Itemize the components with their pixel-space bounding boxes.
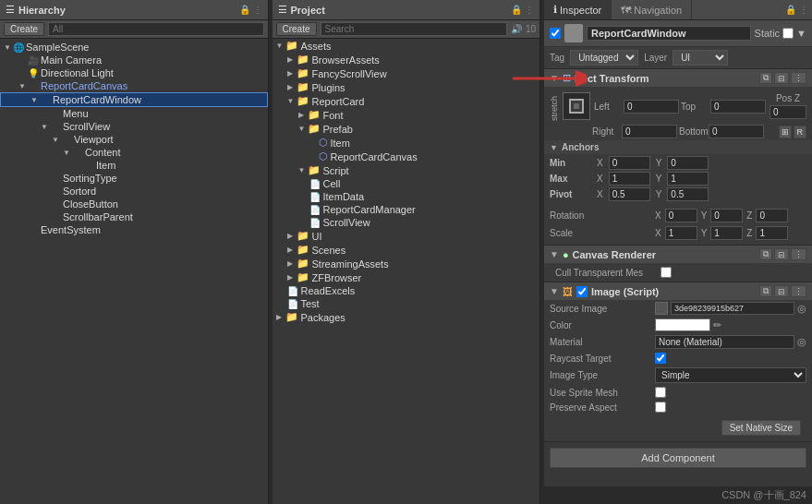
raycast-row: Raycast Target — [544, 351, 812, 366]
pivot-x-input[interactable]: 0.5 — [609, 187, 650, 201]
hierarchy-search-input[interactable] — [48, 22, 264, 36]
scale-z-input[interactable]: 1 — [756, 226, 788, 240]
image-script-active[interactable] — [576, 286, 588, 297]
anchors-section-header[interactable]: ▼ Anchors — [544, 140, 812, 154]
proj-item-streaming-assets[interactable]: ▶ 📁 StreamingAssets — [273, 257, 540, 270]
project-search-input[interactable] — [321, 22, 507, 36]
source-image-row: Source Image 3de98239915b627 ◎ — [544, 300, 812, 317]
folder-icon-script: 📁 — [308, 164, 321, 176]
cull-checkbox[interactable] — [661, 267, 672, 278]
tree-item-sorting-type[interactable]: SortingType — [0, 172, 268, 185]
proj-item-cell[interactable]: 📄 Cell — [273, 177, 540, 190]
color-swatch[interactable] — [655, 318, 710, 331]
tab-inspector[interactable]: ℹ Inspector — [544, 0, 612, 19]
is-more-btn[interactable]: ⋮ — [791, 285, 806, 297]
pos-z-input[interactable]: 0 — [770, 105, 806, 119]
tree-item-menu[interactable]: Menu — [0, 107, 268, 120]
proj-item-report-card[interactable]: ▼ 📁 ReportCard — [273, 94, 540, 108]
tree-item-content[interactable]: ▼ Content — [0, 146, 268, 159]
cr-paste-btn[interactable]: ⊟ — [774, 248, 789, 260]
bottom-input[interactable]: 0 — [709, 125, 764, 138]
pivot-y-input[interactable]: 0.5 — [667, 187, 709, 201]
preserve-checkbox[interactable] — [655, 402, 666, 413]
tree-item-main-camera[interactable]: 🎥 Main Camera — [0, 54, 268, 66]
is-paste-btn[interactable]: ⊟ — [774, 285, 789, 297]
right-input[interactable]: 0 — [622, 125, 677, 138]
material-pick-icon[interactable]: ◎ — [797, 336, 806, 348]
add-component-button[interactable]: Add Component — [550, 448, 806, 468]
tab-navigation[interactable]: 🗺 Navigation — [612, 0, 692, 19]
rt-paste-btn[interactable]: ⊟ — [774, 72, 789, 84]
proj-item-report-card-manager[interactable]: 📄 ReportCardManager — [273, 203, 540, 216]
proj-item-font[interactable]: ▶ 📁 Font — [273, 108, 540, 122]
left-input[interactable]: 0 — [624, 100, 679, 114]
tree-item-scrollbar-parent[interactable]: ScrollbarParent — [0, 210, 268, 223]
is-copy-btn[interactable]: ⧉ — [759, 285, 772, 297]
tree-item-report-card-canvas[interactable]: ▼ ReportCardCanvas — [0, 79, 268, 92]
scale-y-input[interactable]: 1 — [710, 226, 743, 240]
proj-item-item-prefab[interactable]: ⬡ Item — [273, 136, 540, 150]
image-script-header[interactable]: ▼ 🖼 Image (Script) ⧉ ⊟ ⋮ — [544, 282, 812, 300]
proj-item-prefab[interactable]: ▼ 📁 Prefab — [273, 122, 540, 136]
tree-item-close-button[interactable]: CloseButton — [0, 198, 268, 210]
proj-item-browser-assets[interactable]: ▶ 📁 BrowserAssets — [273, 53, 540, 66]
rot-y-input[interactable]: 0 — [710, 209, 743, 222]
r-button[interactable]: R — [794, 126, 807, 138]
proj-item-plugins[interactable]: ▶ 📁 Plugins — [273, 80, 540, 94]
min-x-input[interactable]: 0 — [609, 156, 650, 170]
blueprint-btn[interactable]: ⊞ — [779, 126, 792, 138]
proj-item-scenes[interactable]: ▶ 📁 Scenes — [273, 243, 540, 257]
proj-item-item-data[interactable]: 📄 ItemData — [273, 190, 540, 203]
rt-copy-btn[interactable]: ⧉ — [759, 72, 772, 84]
project-create-button[interactable]: Create — [276, 22, 317, 36]
max-y-input[interactable]: 1 — [667, 172, 709, 186]
min-y-input[interactable]: 0 — [667, 156, 709, 170]
material-input[interactable]: None (Material) — [655, 335, 794, 349]
tree-item-event-system[interactable]: EventSystem — [0, 223, 268, 236]
tree-item-sample-scene[interactable]: ▼ 🌐 SampleScene — [0, 41, 268, 54]
native-size-area: Set Native Size — [544, 414, 812, 441]
sprite-mesh-checkbox[interactable] — [655, 387, 666, 398]
max-x-input[interactable]: 1 — [609, 172, 650, 186]
proj-item-read-excels[interactable]: 📄 ReadExcels — [273, 284, 540, 297]
proj-item-fancy-scroll[interactable]: ▶ 📁 FancyScrollView — [273, 66, 540, 80]
canvas-renderer-header[interactable]: ▼ ● Canvas Renderer ⧉ ⊟ ⋮ — [544, 246, 812, 263]
tree-item-directional-light[interactable]: 💡 Directional Light — [0, 66, 268, 79]
proj-item-ui[interactable]: ▶ 📁 UI — [273, 229, 540, 243]
proj-item-script[interactable]: ▼ 📁 Script — [273, 163, 540, 177]
proj-item-zfbrowser[interactable]: ▶ 📁 ZFBrowser — [273, 270, 540, 284]
color-pick-icon[interactable]: ✏ — [713, 319, 721, 331]
proj-item-scroll-view-script[interactable]: 📄 ScrollView — [273, 216, 540, 229]
tree-item-item[interactable]: Item — [0, 159, 268, 172]
hierarchy-create-button[interactable]: Create — [4, 22, 44, 36]
source-image-pick-icon[interactable]: ◎ — [797, 303, 806, 315]
static-checkbox[interactable] — [782, 28, 794, 39]
rt-more-btn[interactable]: ⋮ — [791, 72, 806, 84]
image-type-row: Image Type Simple — [544, 366, 812, 385]
rect-transform-body: stretch Left 0 Top 0 — [544, 87, 812, 245]
tree-item-scroll-view[interactable]: ▼ ScrollView — [0, 120, 268, 133]
proj-item-packages[interactable]: ▶ 📁 Packages — [273, 310, 540, 324]
rot-x-input[interactable]: 0 — [665, 209, 697, 222]
tree-item-viewport[interactable]: ▼ Viewport — [0, 133, 268, 146]
tree-item-report-card-window[interactable]: ▼ ReportCardWindow — [0, 92, 268, 107]
scale-x-input[interactable]: 1 — [665, 226, 697, 240]
tree-item-sortord[interactable]: Sortord — [0, 185, 268, 198]
proj-item-report-card-canvas-prefab[interactable]: ⬡ ReportCardCanvas — [273, 150, 540, 163]
raycast-checkbox[interactable] — [655, 353, 666, 364]
image-type-select[interactable]: Simple — [655, 367, 806, 383]
proj-item-test[interactable]: 📄 Test — [273, 297, 540, 310]
source-image-input[interactable]: 3de98239915b627 — [671, 302, 794, 315]
native-size-button[interactable]: Set Native Size — [721, 420, 801, 436]
rect-transform-header[interactable]: ▼ ⊞ Rect Transform ⧉ ⊟ ⋮ — [544, 69, 812, 87]
navigation-tab-icon: 🗺 — [621, 5, 631, 16]
top-input[interactable]: 0 — [710, 100, 766, 114]
object-name-input[interactable]: ReportCardWindow — [587, 26, 751, 41]
proj-item-assets[interactable]: ▼ 📁 Assets — [273, 39, 540, 53]
cr-copy-btn[interactable]: ⧉ — [759, 248, 772, 260]
rot-z-input[interactable]: 0 — [756, 209, 788, 222]
tag-select[interactable]: Untagged — [570, 50, 638, 66]
cr-more-btn[interactable]: ⋮ — [791, 248, 806, 260]
layer-select[interactable]: UI — [673, 50, 728, 66]
object-active-checkbox[interactable] — [550, 28, 561, 39]
